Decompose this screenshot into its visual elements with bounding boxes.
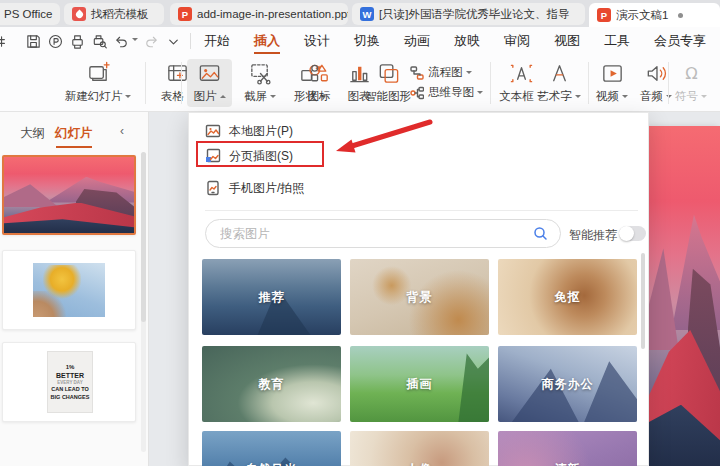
menu-membership[interactable]: 会员专享 <box>642 27 718 55</box>
ribbon-toolbar: 新建幻灯片 表格 图片 截屏 形状 图标 图表 智能图形 <box>0 55 720 112</box>
tab-label: PS Office <box>4 8 52 20</box>
category-card-business[interactable]: 商务办公 <box>498 346 637 422</box>
flowchart-button[interactable]: 流程图 <box>410 63 490 82</box>
save-icon[interactable] <box>23 31 43 51</box>
button-label: 艺术字 <box>537 89 572 104</box>
panel-scrollbar[interactable] <box>141 152 146 452</box>
smartart-button[interactable]: 智能图形 <box>358 59 418 107</box>
category-card-recommend[interactable]: 推荐 <box>202 259 341 335</box>
button-label: 图片 <box>194 89 217 104</box>
chevron-down-icon <box>575 95 581 101</box>
chevron-down-icon[interactable] <box>163 31 183 51</box>
menu-items: 开始 插入 设计 切换 动画 放映 审阅 视图 工具 会员专享 <box>192 27 718 55</box>
collapse-panel-icon[interactable]: ‹ <box>120 124 136 140</box>
picture-icon <box>197 61 222 86</box>
flower-image <box>33 263 105 317</box>
poster-line: 1% <box>66 363 75 371</box>
menu-tools[interactable]: 工具 <box>592 27 642 55</box>
docer-icon <box>72 7 86 21</box>
document-tabbar: PS Office 找稻壳模板 P add-image-in-presentat… <box>0 0 720 27</box>
slide-canvas[interactable] <box>649 126 720 466</box>
new-slide-button[interactable]: 新建幻灯片 <box>60 59 136 107</box>
tab-label: [只读]外国语学院优秀毕业论文、指导 <box>379 7 569 22</box>
panel-tabs: 大纲 幻灯片 ‹ <box>0 122 149 148</box>
category-card-illustration[interactable]: 插画 <box>350 346 489 422</box>
slide-thumbnail-2[interactable] <box>2 250 136 330</box>
picture-button[interactable]: 图片 <box>187 59 232 107</box>
menu-item-phone-image[interactable]: 手机图片/拍照 <box>197 176 497 200</box>
redo-icon <box>141 31 161 51</box>
tab-presentation1[interactable]: P 演示文稿1 <box>589 3 720 27</box>
svg-text:Ω: Ω <box>685 64 697 83</box>
new-slide-icon <box>86 61 111 86</box>
category-card-nature[interactable]: 自然风光 <box>202 431 341 466</box>
dropdown-scrollbar[interactable] <box>641 253 645 349</box>
divider <box>668 62 669 104</box>
tab-slides[interactable]: 幻灯片 <box>55 125 93 142</box>
tab-readonly-word-doc[interactable]: W [只读]外国语学院优秀毕业论文、指导 <box>352 3 585 25</box>
screenshot-icon <box>248 61 273 86</box>
tab-docer-template[interactable]: 找稻壳模板 <box>64 3 164 25</box>
undo-icon[interactable] <box>111 31 131 51</box>
search-input[interactable] <box>206 227 533 241</box>
tab-wps-office[interactable]: PS Office <box>0 3 60 25</box>
mindmap-button[interactable]: 思维导图 <box>410 83 490 102</box>
category-card-portrait[interactable]: 人像 <box>350 431 489 466</box>
menu-animation[interactable]: 动画 <box>392 27 442 55</box>
menubar: 开始 插入 设计 切换 动画 放映 审阅 视图 工具 会员专享 <box>0 27 720 55</box>
button-label: 新建幻灯片 <box>65 89 123 104</box>
button-label: 截屏 <box>244 89 267 104</box>
phone-camera-icon <box>205 180 221 196</box>
category-label: 人像 <box>407 461 433 466</box>
category-card-background[interactable]: 背景 <box>350 259 489 335</box>
toggle-knob <box>619 226 634 241</box>
menu-home[interactable]: 开始 <box>192 27 242 55</box>
menu-transition[interactable]: 切换 <box>342 27 392 55</box>
menu-review[interactable]: 审阅 <box>492 27 542 55</box>
wordart-icon <box>547 61 572 86</box>
tab-outline[interactable]: 大纲 <box>20 125 45 142</box>
ppt-icon: P <box>178 7 192 21</box>
annotation-highlight-rect <box>196 141 324 167</box>
icons-button[interactable]: 图标 <box>300 59 338 107</box>
menu-insert[interactable]: 插入 <box>242 27 292 55</box>
table-icon <box>165 61 190 86</box>
button-label: 音频 <box>640 89 663 104</box>
category-card-fresh[interactable]: 清新 <box>498 431 637 466</box>
symbol-button: Ω 符号 <box>671 59 711 107</box>
export-pdf-icon[interactable] <box>45 31 65 51</box>
menu-item-label: 手机图片/拍照 <box>229 180 304 197</box>
divider <box>190 33 191 49</box>
button-label: 流程图 <box>428 65 463 80</box>
menu-item-label: 本地图片(P) <box>229 123 293 140</box>
menu-slideshow[interactable]: 放映 <box>442 27 492 55</box>
smart-recommend-toggle[interactable] <box>619 226 646 241</box>
button-label: 图标 <box>308 89 331 104</box>
category-card-education[interactable]: 教育 <box>202 346 341 422</box>
print-preview-icon[interactable] <box>89 31 109 51</box>
print-icon[interactable] <box>67 31 87 51</box>
tab-add-image-presentation[interactable]: P add-image-in-presentation.pptx <box>170 3 348 25</box>
slide-thumbnail-1[interactable] <box>2 155 136 235</box>
formula-button[interactable]: 公式 <box>712 59 720 107</box>
button-label: 思维导图 <box>428 85 474 100</box>
menu-design[interactable]: 设计 <box>292 27 342 55</box>
screenshot-button[interactable]: 截屏 <box>236 59 284 107</box>
chevron-down-icon[interactable] <box>132 38 138 44</box>
menu-view[interactable]: 视图 <box>542 27 592 55</box>
chevron-down-icon <box>125 95 131 101</box>
divider <box>145 62 146 104</box>
category-card-cutout[interactable]: 免抠 <box>498 259 637 335</box>
category-label: 推荐 <box>259 289 285 306</box>
icon-library-icon <box>307 61 332 86</box>
button-label: 文本框 <box>499 89 534 104</box>
clipped-menu-icon[interactable] <box>0 31 12 51</box>
slide-thumbnail-3[interactable]: 1% BETTER EVERY DAY CAN LEAD TO BIG CHAN… <box>2 342 136 422</box>
divider <box>588 62 589 104</box>
tab-label: add-image-in-presentation.pptx <box>197 8 348 20</box>
poster-line: BETTER <box>56 371 84 380</box>
search-icon[interactable] <box>533 226 548 241</box>
wordart-button[interactable]: 艺术字 <box>530 59 588 107</box>
video-button[interactable]: 视频 <box>590 59 634 107</box>
wps-presentation-window: PS Office 找稻壳模板 P add-image-in-presentat… <box>0 0 720 466</box>
